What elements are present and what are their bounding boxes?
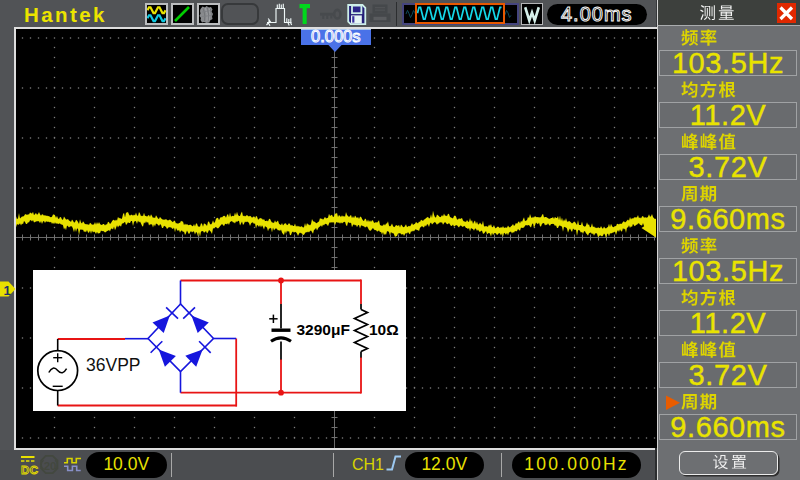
svg-text:DC: DC	[21, 464, 39, 476]
svg-text:20: 20	[44, 460, 57, 472]
